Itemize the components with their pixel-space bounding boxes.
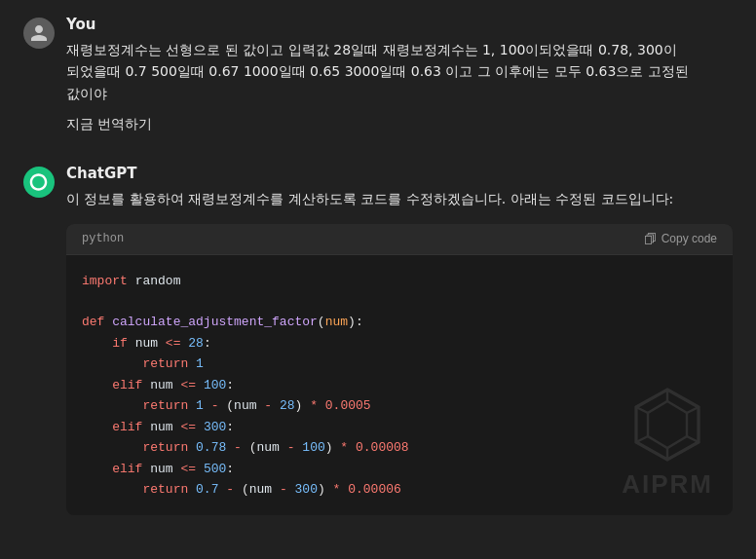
assistant-intro: 이 정보를 활용하여 재령보정계수를 계산하도록 코드를 수정하겠습니다. 아래… (66, 188, 733, 209)
code-block: python 🗍 Copy code import random def cal… (66, 224, 733, 516)
code-language: python (82, 232, 124, 245)
assistant-content: ChatGPT 이 정보를 활용하여 재령보정계수를 계산하도록 코드를 수정하… (66, 165, 733, 515)
assistant-name: ChatGPT (66, 165, 733, 182)
code-header: python 🗍 Copy code (66, 224, 733, 255)
chat-container: You 재령보정계수는 선형으로 된 값이고 입력값 28일때 재령보정계수는 … (0, 0, 756, 531)
user-message: You 재령보정계수는 선형으로 된 값이고 입력값 28일때 재령보정계수는 … (0, 0, 756, 149)
user-avatar (23, 18, 55, 49)
copy-icon: 🗍 (644, 232, 657, 246)
assistant-message: ChatGPT 이 정보를 활용하여 재령보정계수를 계산하도록 코드를 수정하… (0, 149, 756, 531)
user-content: You 재령보정계수는 선형으로 된 값이고 입력값 28일때 재령보정계수는 … (66, 16, 733, 133)
user-name: You (66, 16, 733, 33)
chatgpt-icon (29, 172, 49, 192)
copy-code-button[interactable]: 🗍 Copy code (644, 232, 717, 246)
code-body: import random def calculate_adjustment_f… (66, 255, 733, 516)
translate-button[interactable]: 지금 번역하기 (66, 116, 152, 133)
user-text: 재령보정계수는 선형으로 된 값이고 입력값 28일때 재령보정계수는 1, 1… (66, 39, 733, 104)
code-content: import random def calculate_adjustment_f… (82, 271, 717, 501)
assistant-avatar (23, 167, 55, 198)
user-icon (29, 23, 49, 43)
